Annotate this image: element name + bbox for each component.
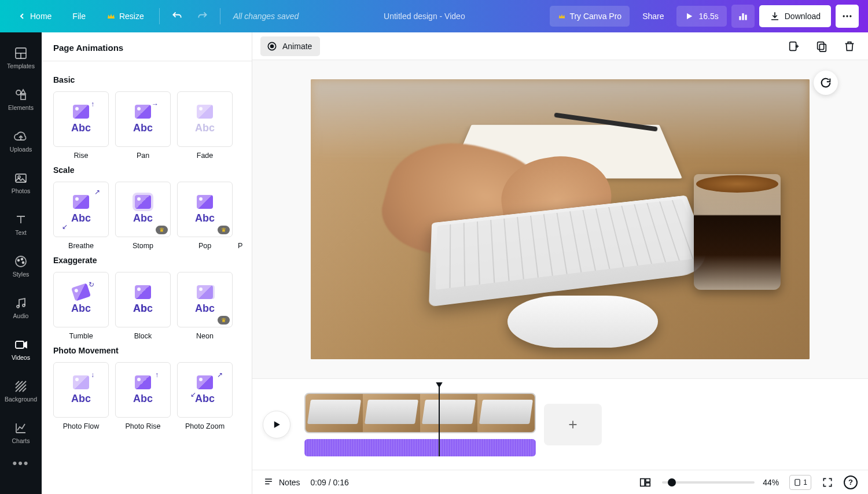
expand-icon xyxy=(822,477,833,488)
delete-button[interactable] xyxy=(839,36,860,57)
page-indicator[interactable]: 1 xyxy=(789,475,811,490)
sidenav-videos[interactable]: Videos xyxy=(0,329,42,370)
separator xyxy=(220,8,220,24)
playhead[interactable] xyxy=(439,387,440,456)
insights-button[interactable] xyxy=(731,5,755,28)
animation-pop[interactable]: Abc♛ xyxy=(177,182,233,237)
svg-point-5 xyxy=(846,15,848,17)
animation-block[interactable]: Abc xyxy=(115,272,171,327)
charts-icon xyxy=(14,421,28,435)
svg-rect-2 xyxy=(742,13,744,20)
topbar-right: Try Canva Pro Share 16.5s Download xyxy=(550,5,859,28)
svg-rect-21 xyxy=(16,341,24,348)
background-icon xyxy=(14,379,28,393)
sidenav-uploads[interactable]: Uploads xyxy=(0,120,42,162)
svg-rect-30 xyxy=(646,478,650,482)
animation-breathe[interactable]: ↗Abc↙ xyxy=(53,182,109,237)
try-pro-button[interactable]: Try Canva Pro xyxy=(550,6,630,27)
svg-point-18 xyxy=(23,262,24,264)
notes-icon xyxy=(263,477,274,488)
sidenav: Templates Elements Uploads Photos Text S… xyxy=(0,32,42,494)
resize-button[interactable]: Resize xyxy=(98,7,152,25)
document-title[interactable]: Untitled design - Video xyxy=(303,12,545,21)
share-button[interactable]: Share xyxy=(634,6,672,27)
svg-rect-11 xyxy=(21,95,25,99)
timeline xyxy=(252,378,868,470)
svg-marker-0 xyxy=(687,13,692,20)
add-page-button[interactable] xyxy=(784,36,804,57)
animate-button[interactable]: Animate xyxy=(260,36,320,56)
refresh-button[interactable] xyxy=(814,71,838,95)
download-icon xyxy=(770,11,780,21)
canvas-area: Animate xyxy=(252,32,868,494)
video-thumb xyxy=(306,394,363,432)
sidenav-text[interactable]: Text xyxy=(0,204,42,245)
zoom-value[interactable]: 44% xyxy=(763,478,779,487)
grid-view-button[interactable] xyxy=(639,476,652,489)
sidenav-photos[interactable]: Photos xyxy=(0,162,42,204)
track-stack xyxy=(304,393,536,456)
more-button[interactable] xyxy=(836,5,859,28)
notes-button[interactable]: Notes xyxy=(263,477,300,488)
undo-icon xyxy=(171,10,183,22)
section-basic: Basic xyxy=(53,75,252,84)
animation-photo-zoom[interactable]: ↗↙Abc xyxy=(177,362,233,418)
video-track[interactable] xyxy=(304,393,536,433)
scene-mouse xyxy=(507,296,658,348)
animation-rise[interactable]: ↑Abc xyxy=(53,91,109,147)
canvas-stage[interactable] xyxy=(252,60,868,378)
audio-waveform xyxy=(304,439,536,456)
canvas-toolbar: Animate xyxy=(252,32,868,60)
refresh-icon xyxy=(819,76,832,89)
fullscreen-button[interactable] xyxy=(822,477,833,488)
redo-button[interactable] xyxy=(192,6,213,27)
styles-icon xyxy=(14,255,28,268)
sidenav-background[interactable]: Background xyxy=(0,370,42,412)
section-scale: Scale xyxy=(53,165,252,175)
sidenav-audio[interactable]: Audio xyxy=(0,287,42,329)
svg-rect-27 xyxy=(819,44,826,51)
animation-neon[interactable]: Abc♛ xyxy=(177,272,233,327)
sidenav-charts[interactable]: Charts xyxy=(0,412,42,454)
download-button[interactable]: Download xyxy=(759,5,831,27)
zoom-slider[interactable] xyxy=(662,481,755,484)
bar-chart-icon xyxy=(737,10,749,22)
animation-fade[interactable]: Abc xyxy=(177,91,233,147)
add-scene-button[interactable] xyxy=(544,404,602,445)
audio-track[interactable] xyxy=(304,439,536,456)
crown-icon xyxy=(558,12,566,20)
svg-rect-29 xyxy=(641,478,645,486)
undo-button[interactable] xyxy=(167,6,187,27)
animation-photo-rise[interactable]: ↑Abc xyxy=(115,362,171,418)
help-button[interactable]: ? xyxy=(844,475,858,489)
animation-pan[interactable]: →Abc xyxy=(115,91,171,147)
video-thumb xyxy=(477,394,535,432)
svg-marker-28 xyxy=(274,421,280,428)
timeline-play-button[interactable] xyxy=(263,411,290,438)
play-icon xyxy=(271,419,282,430)
duplicate-button[interactable] xyxy=(811,36,832,57)
animations-panel: Page Animations Basic ↑Abc Rise →Abc Pan… xyxy=(42,32,252,494)
uploads-icon xyxy=(14,130,28,143)
redo-icon xyxy=(197,10,208,22)
animation-tumble[interactable]: ↻Abc xyxy=(53,272,109,327)
sidenav-templates[interactable]: Templates xyxy=(0,37,42,79)
video-preview[interactable] xyxy=(311,79,810,359)
panel-title: Page Animations xyxy=(42,32,252,61)
svg-point-15 xyxy=(16,256,26,267)
home-button[interactable]: Home xyxy=(9,7,60,25)
play-icon xyxy=(685,12,694,21)
animation-photo-flow[interactable]: ↓Abc xyxy=(53,362,109,418)
zoom-handle[interactable] xyxy=(668,478,676,486)
sidenav-more[interactable]: ••• xyxy=(12,456,29,471)
svg-rect-3 xyxy=(745,15,746,20)
duplicate-icon xyxy=(815,40,828,53)
svg-point-24 xyxy=(271,45,274,47)
sidenav-styles[interactable]: Styles xyxy=(0,245,42,287)
save-status: All changes saved xyxy=(233,12,299,21)
animation-stomp[interactable]: Abc♛ xyxy=(115,182,171,237)
file-button[interactable]: File xyxy=(64,7,94,25)
sidenav-elements[interactable]: Elements xyxy=(0,79,42,120)
preview-button[interactable]: 16.5s xyxy=(676,6,726,27)
video-thumb xyxy=(363,394,420,432)
